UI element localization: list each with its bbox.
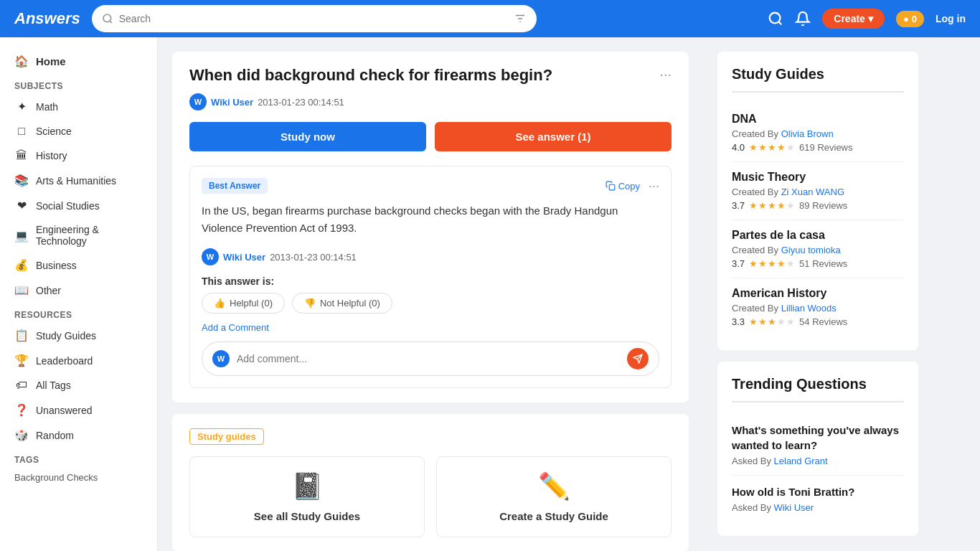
trending-questions-panel: Trending Questions What's something you'… bbox=[717, 362, 918, 536]
search-header-icon[interactable] bbox=[768, 11, 783, 27]
sg-music-creator-link[interactable]: Zi Xuan WANG bbox=[781, 187, 844, 197]
trending-question-2: How old is Toni Brattin? Asked By Wiki U… bbox=[732, 476, 904, 522]
question-meta: W Wiki User 2013-01-23 00:14:51 bbox=[189, 93, 672, 110]
sidebar-item-other[interactable]: 📖 Other bbox=[0, 278, 157, 303]
sg-music-title[interactable]: Music Theory bbox=[732, 171, 904, 184]
svg-rect-7 bbox=[609, 184, 615, 190]
search-input[interactable] bbox=[119, 13, 508, 24]
trending-question-1: What's something you've always wanted to… bbox=[732, 414, 904, 476]
sg-dna-stars: ★ ★ ★ ★ ★ bbox=[749, 142, 795, 153]
svg-line-6 bbox=[779, 22, 782, 24]
sg-american-creator-link[interactable]: Lillian Woods bbox=[781, 303, 837, 314]
sidebar-item-engineering-technology[interactable]: 💻 Engineering & Technology bbox=[0, 218, 157, 253]
send-comment-button[interactable] bbox=[627, 348, 649, 369]
comment-input[interactable] bbox=[237, 353, 620, 364]
answer-text: In the US, began firearms purchase backg… bbox=[202, 202, 659, 237]
study-guides-panel: Study Guides DNA Created By Olivia Brown… bbox=[717, 52, 918, 350]
unanswered-icon: ❓ bbox=[14, 403, 29, 417]
action-buttons: Study now See answer (1) bbox=[189, 122, 672, 151]
logo: Answers bbox=[14, 9, 80, 28]
sg-partes-creator-link[interactable]: Giyuu tomioka bbox=[781, 245, 841, 255]
trending-q2-text[interactable]: How old is Toni Brattin? bbox=[732, 484, 904, 499]
not-helpful-button[interactable]: 👎 Not Helpful (0) bbox=[292, 293, 392, 314]
sidebar-item-unanswered[interactable]: ❓ Unanswered bbox=[0, 397, 157, 423]
layout: 🏠 Home Subjects ✦ Math □ Science 🏛 Histo… bbox=[0, 37, 980, 551]
send-icon bbox=[633, 354, 643, 364]
subjects-title: Subjects bbox=[0, 74, 157, 94]
sidebar-item-business[interactable]: 💰 Business bbox=[0, 253, 157, 278]
sg-dna-title[interactable]: DNA bbox=[732, 113, 904, 126]
sidebar-item-history[interactable]: 🏛 History bbox=[0, 143, 157, 168]
sg-american-stars: ★ ★ ★ ★ ★ bbox=[749, 316, 795, 327]
author-avatar: W bbox=[189, 93, 207, 110]
sg-music-stars: ★ ★ ★ ★ ★ bbox=[749, 200, 795, 211]
more-options-icon[interactable]: ··· bbox=[659, 66, 672, 83]
notification-icon[interactable] bbox=[795, 11, 811, 27]
study-guide-partes: Partes de la casa Created By Giyuu tomio… bbox=[732, 220, 904, 278]
header: Answers Create ▾ ● 0 Log in bbox=[0, 0, 980, 37]
sg-music-creator: Created By Zi Xuan WANG bbox=[732, 187, 904, 197]
sg-partes-creator: Created By Giyuu tomioka bbox=[732, 245, 904, 255]
trending-q1-text[interactable]: What's something you've always wanted to… bbox=[732, 423, 904, 453]
leaderboard-icon: 🏆 bbox=[14, 354, 29, 367]
search-icon bbox=[102, 13, 113, 24]
sidebar: 🏠 Home Subjects ✦ Math □ Science 🏛 Histo… bbox=[0, 37, 158, 551]
helpful-button[interactable]: 👍 Helpful (0) bbox=[202, 293, 285, 314]
study-guide-music-theory: Music Theory Created By Zi Xuan WANG 3.7… bbox=[732, 162, 904, 220]
sidebar-item-random[interactable]: 🎲 Random bbox=[0, 423, 157, 448]
sg-dna-creator-link[interactable]: Olivia Brown bbox=[781, 128, 834, 139]
sidebar-item-all-tags[interactable]: 🏷 All Tags bbox=[0, 373, 157, 397]
sg-partes-rating: 3.7 ★ ★ ★ ★ ★ 51 Reviews bbox=[732, 258, 904, 269]
sg-american-title[interactable]: American History bbox=[732, 287, 904, 300]
answer-author-link[interactable]: Wiki User bbox=[223, 252, 265, 263]
create-button[interactable]: Create ▾ bbox=[822, 9, 885, 29]
create-study-guide-option[interactable]: ✏️ Create a Study Guide bbox=[436, 456, 672, 537]
sidebar-item-science[interactable]: □ Science bbox=[0, 119, 157, 143]
sg-american-rating: 3.3 ★ ★ ★ ★ ★ 54 Reviews bbox=[732, 316, 904, 327]
question-title: When did background check for firearms b… bbox=[189, 66, 651, 85]
sg-partes-title[interactable]: Partes de la casa bbox=[732, 229, 904, 242]
sidebar-item-social-studies[interactable]: ❤ Social Studies bbox=[0, 193, 157, 218]
home-icon: 🏠 bbox=[14, 55, 29, 68]
study-guides-badge: Study guides bbox=[189, 428, 264, 445]
search-bar[interactable] bbox=[92, 5, 537, 32]
see-all-study-guides-option[interactable]: 📓 See all Study Guides bbox=[189, 456, 425, 537]
history-icon: 🏛 bbox=[14, 149, 29, 162]
tag-background-checks[interactable]: Background Checks bbox=[0, 468, 157, 487]
sidebar-item-home[interactable]: 🏠 Home bbox=[0, 49, 157, 74]
thumbs-up-icon: 👍 bbox=[214, 298, 225, 309]
sg-music-rating: 3.7 ★ ★ ★ ★ ★ 89 Reviews bbox=[732, 200, 904, 211]
trending-q2-asker-link[interactable]: Wiki User bbox=[774, 502, 814, 513]
copy-icon bbox=[606, 181, 616, 191]
sidebar-item-math[interactable]: ✦ Math bbox=[0, 94, 157, 119]
arts-icon: 📚 bbox=[14, 174, 29, 187]
comment-avatar: W bbox=[212, 350, 230, 367]
answer-author-avatar: W bbox=[202, 248, 219, 265]
science-icon: □ bbox=[14, 125, 29, 138]
see-answer-button[interactable]: See answer (1) bbox=[435, 122, 672, 151]
answer-more-icon[interactable]: ··· bbox=[649, 179, 659, 194]
sidebar-item-leaderboard[interactable]: 🏆 Leaderboard bbox=[0, 348, 157, 373]
business-icon: 💰 bbox=[14, 258, 29, 272]
random-icon: 🎲 bbox=[14, 428, 29, 442]
sidebar-item-arts-humanities[interactable]: 📚 Arts & Humanities bbox=[0, 168, 157, 193]
login-link[interactable]: Log in bbox=[936, 13, 966, 24]
trending-q1-asker-link[interactable]: Leland Grant bbox=[774, 456, 828, 466]
study-now-button[interactable]: Study now bbox=[189, 122, 426, 151]
copy-button[interactable]: Copy bbox=[606, 181, 640, 192]
trending-q1-meta: Asked By Leland Grant bbox=[732, 456, 904, 466]
author-link[interactable]: Wiki User bbox=[211, 97, 253, 108]
study-guides-card: Study guides 📓 See all Study Guides ✏️ C… bbox=[172, 414, 689, 551]
helpful-section: This answer is: 👍 Helpful (0) 👎 Not Help… bbox=[202, 276, 659, 314]
filter-icon[interactable] bbox=[514, 12, 527, 25]
this-answer-label: This answer is: bbox=[202, 276, 659, 287]
sidebar-item-study-guides[interactable]: 📋 Study Guides bbox=[0, 323, 157, 348]
coins-badge: ● 0 bbox=[896, 11, 924, 27]
svg-point-5 bbox=[770, 13, 781, 24]
study-guide-american-history: American History Created By Lillian Wood… bbox=[732, 278, 904, 336]
see-all-label: See all Study Guides bbox=[254, 510, 360, 522]
engineering-icon: 💻 bbox=[14, 229, 29, 242]
add-comment-link[interactable]: Add a Comment bbox=[202, 322, 659, 333]
tags-title: Tags bbox=[0, 448, 157, 468]
resources-title: Resources bbox=[0, 303, 157, 323]
